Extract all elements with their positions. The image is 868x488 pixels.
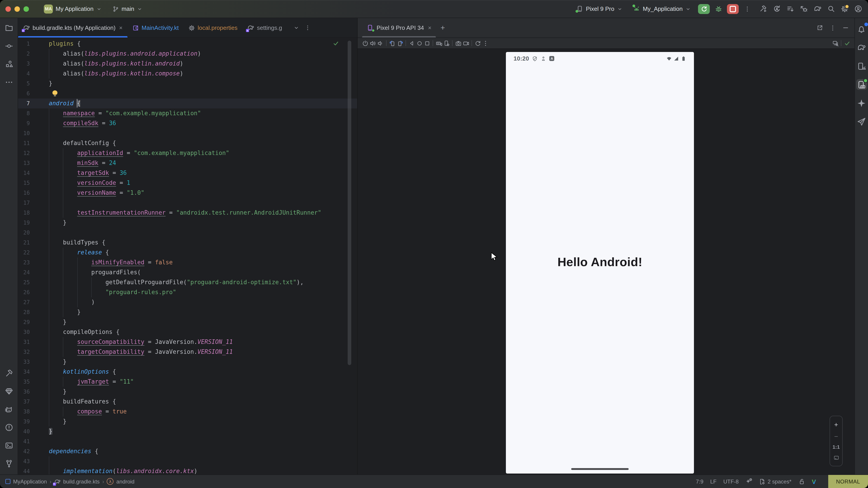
camera-icon[interactable] (454, 39, 462, 47)
breadcrumb-element[interactable]: android (116, 478, 134, 485)
gesture-home-indicator[interactable] (571, 468, 629, 470)
line-number[interactable]: 27 (18, 299, 30, 305)
code-line[interactable]: 20 (18, 228, 357, 238)
code-editor[interactable]: 1plugins {2 alias(libs.plugins.android.a… (18, 38, 357, 475)
code-line[interactable]: 33 } (18, 357, 357, 367)
close-emulator-tab-icon[interactable]: × (428, 24, 432, 31)
reset-icon[interactable] (474, 39, 482, 47)
breadcrumb-file[interactable]: build.gradle.kts (63, 478, 99, 485)
bug-arrow-icon[interactable] (799, 4, 808, 13)
code-line[interactable]: 7android { (18, 98, 357, 108)
code-line[interactable]: 1plugins { (18, 39, 357, 49)
line-number[interactable]: 10 (18, 130, 30, 136)
vol-hi-icon[interactable] (369, 39, 377, 47)
show-hidden-tabs-icon[interactable] (293, 25, 299, 31)
code-line[interactable]: 27 ) (18, 297, 357, 307)
tab-local.properties[interactable]: local.properties (184, 18, 242, 37)
line-number[interactable]: 29 (18, 319, 30, 325)
line-number[interactable]: 18 (18, 210, 30, 216)
device-selector[interactable]: Pixel 9 Pro (573, 4, 626, 14)
line-number[interactable]: 7 (18, 100, 30, 107)
line-number[interactable]: 40 (18, 428, 30, 435)
code-line[interactable]: 9 compileSdk = 36 (18, 119, 357, 128)
code-line[interactable]: 39 } (18, 417, 357, 427)
home-c-icon[interactable] (415, 39, 423, 47)
profile-icon[interactable] (854, 4, 863, 13)
code-line[interactable]: 19 } (18, 218, 357, 228)
editor-scrollbar[interactable] (348, 41, 351, 365)
inspection-ok-icon[interactable] (333, 40, 339, 46)
code-line[interactable]: 24 proguardFiles( (18, 267, 357, 278)
project-widget[interactable]: MA My Application (41, 2, 105, 15)
line-number[interactable]: 28 (18, 309, 30, 315)
line-number[interactable]: 15 (18, 180, 30, 186)
running-device-icon[interactable] (856, 79, 867, 90)
code-line[interactable]: 42dependencies { (18, 447, 357, 456)
structure-icon[interactable] (3, 59, 14, 70)
code-line[interactable]: 25 getDefaultProguardFile("proguard-andr… (18, 278, 357, 287)
line-number[interactable]: 21 (18, 239, 30, 246)
line-number[interactable]: 2 (18, 51, 30, 57)
code-line[interactable]: 14 targetSdk = 36 (18, 168, 357, 178)
code-line[interactable]: 43 (18, 456, 357, 466)
phone-gear-icon[interactable] (442, 39, 450, 47)
sparkle-icon[interactable] (856, 98, 867, 108)
code-line[interactable]: 6 (18, 89, 357, 98)
line-number[interactable]: 39 (18, 418, 30, 425)
code-line[interactable]: 38 compose = true (18, 407, 357, 417)
line-number[interactable]: 31 (18, 339, 30, 345)
video-icon[interactable] (462, 39, 470, 47)
line-number[interactable]: 11 (18, 140, 30, 147)
code-line[interactable]: 2 alias(libs.plugins.android.application… (18, 49, 357, 59)
code-line[interactable]: 21 buildTypes { (18, 238, 357, 248)
zoom-actual-size-button[interactable]: 1:1 (833, 445, 840, 450)
overview-icon[interactable] (423, 39, 431, 47)
tab-build.gradle.kts-my-application-[interactable]: Kbuild.gradle.kts (My Application)× (18, 18, 127, 37)
vcs-branch-widget[interactable]: main (110, 4, 146, 14)
encoding-widget[interactable]: UTF-8 (723, 478, 739, 485)
line-number[interactable]: 13 (18, 160, 30, 166)
line-number[interactable]: 37 (18, 398, 30, 405)
apply-code-icon[interactable] (786, 4, 795, 13)
device-screen[interactable]: 10:20 A Hello Android! (506, 52, 694, 474)
compare-icon[interactable] (831, 39, 839, 47)
line-number[interactable]: 25 (18, 279, 30, 286)
line-number[interactable]: 3 (18, 61, 30, 67)
more-run-actions-button[interactable] (743, 4, 752, 13)
elephant-icon[interactable] (813, 4, 822, 13)
git-icon[interactable] (3, 458, 14, 469)
code-line[interactable]: 8 namespace = "com.example.myapplication… (18, 108, 357, 119)
line-number[interactable]: 36 (18, 389, 30, 395)
line-number[interactable]: 38 (18, 409, 30, 415)
line-number[interactable]: 19 (18, 220, 30, 226)
plane-icon[interactable] (856, 116, 867, 127)
ai-assistant-disabled-icon[interactable] (745, 478, 752, 485)
close-window-button[interactable] (5, 6, 11, 11)
zoom-in-button[interactable]: + (834, 421, 838, 428)
emulator-device-tab[interactable]: Pixel 9 Pro API 34 × (362, 18, 436, 37)
line-number[interactable]: 16 (18, 190, 30, 196)
code-line[interactable]: 12 applicationId = "com.example.myapplic… (18, 148, 357, 158)
tab-mainactivity.kt[interactable]: MainActivity.kt (127, 18, 184, 37)
line-number[interactable]: 5 (18, 80, 30, 87)
terminal-icon[interactable] (3, 440, 14, 451)
line-number[interactable]: 41 (18, 438, 30, 445)
hammer-run-icon[interactable] (758, 4, 768, 13)
code-line[interactable]: 31 sourceCompatibility = JavaVersion.VER… (18, 337, 357, 347)
code-line[interactable]: 11 defaultConfig { (18, 138, 357, 148)
code-line[interactable]: 17 (18, 198, 357, 208)
code-line[interactable]: 29 } (18, 317, 357, 327)
minimize-window-button[interactable] (14, 6, 20, 11)
line-number[interactable]: 23 (18, 259, 30, 266)
line-number[interactable]: 32 (18, 349, 30, 355)
elephant-icon[interactable] (856, 42, 867, 53)
zoom-out-button[interactable]: − (834, 433, 838, 440)
line-number[interactable]: 17 (18, 200, 30, 206)
hammer-icon[interactable] (3, 368, 14, 379)
add-device-tab-button[interactable]: + (436, 18, 450, 37)
code-line[interactable]: 40} (18, 427, 357, 436)
line-number[interactable]: 14 (18, 170, 30, 176)
line-number[interactable]: 24 (18, 269, 30, 275)
rotate-r-icon[interactable] (396, 39, 404, 47)
keyboard-icon[interactable] (435, 39, 442, 47)
